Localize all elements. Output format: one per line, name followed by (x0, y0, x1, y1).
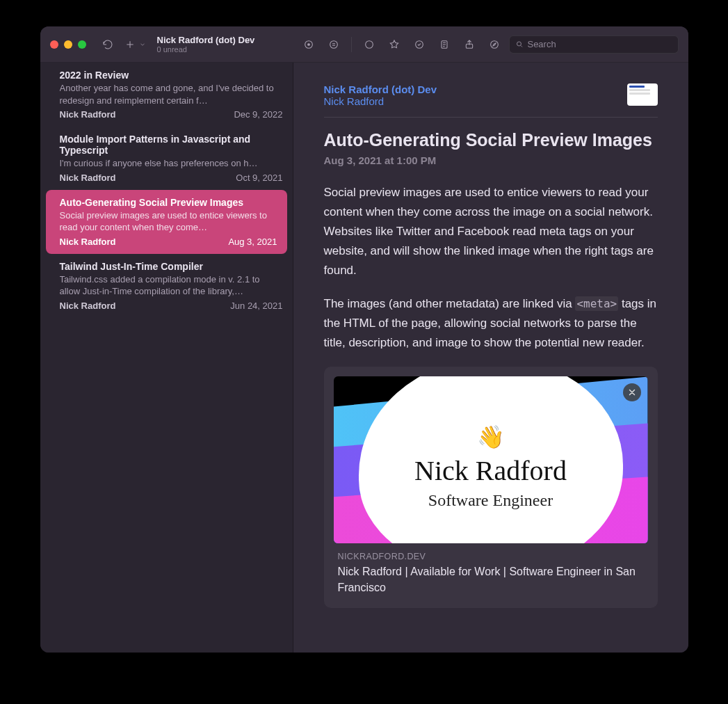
list-item-title: Tailwind Just-In-Time Compiler (60, 261, 283, 272)
check-circle-icon[interactable] (412, 37, 427, 52)
mark-read-icon[interactable] (362, 37, 377, 52)
article-list[interactable]: 2022 in ReviewAnother year has come and … (40, 63, 293, 653)
svg-point-3 (365, 40, 373, 48)
article-paragraph: The images (and other metadata) are link… (324, 294, 658, 353)
close-icon (627, 387, 637, 397)
list-item-date: Jun 24, 2021 (230, 301, 282, 311)
article-list-item[interactable]: Module Import Patterns in Javascript and… (40, 127, 293, 190)
social-preview-card: 👋 Nick Radford Software Engineer NICKRAD… (324, 367, 658, 608)
safari-icon[interactable] (487, 37, 502, 52)
separator (351, 37, 352, 52)
list-item-date: Aug 3, 2021 (228, 237, 277, 247)
feed-unread-count: 0 unread (157, 45, 255, 54)
titlebar: Nick Radford (dot) Dev 0 unread (40, 26, 688, 63)
list-item-author: Nick Radford (60, 173, 116, 183)
list-item-author: Nick Radford (60, 301, 116, 311)
inline-code: <meta> (575, 296, 618, 311)
refresh-button[interactable] (100, 37, 115, 52)
article-date: Aug 3, 2021 at 1:00 PM (324, 154, 658, 166)
article-list-item[interactable]: Auto-Generating Social Preview ImagesSoc… (46, 190, 287, 254)
toolbar-group-2 (362, 37, 502, 52)
card-image: 👋 Nick Radford Software Engineer (334, 376, 648, 543)
feed-title: Nick Radford (dot) Dev (157, 35, 255, 45)
feed-link[interactable]: Nick Radford (dot) Dev (324, 83, 613, 95)
toolbar-group-1 (301, 37, 341, 52)
article-list-item[interactable]: Tailwind Just-In-Time CompilerTailwind.c… (40, 254, 293, 318)
traffic-lights (50, 40, 86, 49)
circle-dot-icon[interactable] (301, 37, 316, 52)
list-item-date: Oct 9, 2021 (236, 173, 282, 183)
share-icon[interactable] (462, 37, 477, 52)
article-paragraph: Social preview images are used to entice… (324, 183, 658, 280)
chevron-down-icon (139, 37, 146, 52)
list-item-author: Nick Radford (60, 109, 116, 120)
app-window: Nick Radford (dot) Dev 0 unread (40, 26, 688, 653)
feed-thumbnail (627, 83, 658, 106)
article-content[interactable]: Nick Radford (dot) Dev Nick Radford Auto… (293, 63, 688, 653)
close-window-button[interactable] (50, 40, 58, 49)
search-input[interactable] (527, 39, 672, 49)
card-image-role: Software Engineer (428, 491, 553, 510)
list-item-date: Dec 9, 2022 (234, 109, 282, 120)
list-item-title: Module Import Patterns in Javascript and… (60, 134, 283, 156)
minimize-window-button[interactable] (64, 40, 72, 49)
maximize-window-button[interactable] (78, 40, 86, 49)
card-image-name: Nick Radford (414, 454, 567, 487)
list-item-title: Auto-Generating Social Preview Images (60, 197, 277, 208)
list-item-excerpt: Social preview images are used to entice… (60, 209, 277, 234)
article-list-item[interactable]: 2022 in ReviewAnother year has come and … (40, 63, 293, 127)
svg-point-1 (307, 43, 309, 45)
body-split: 2022 in ReviewAnother year has come and … (40, 63, 688, 653)
list-item-excerpt: I'm curious if anyone else has preferenc… (60, 157, 283, 170)
reader-view-icon[interactable] (437, 37, 452, 52)
author-link[interactable]: Nick Radford (324, 95, 613, 107)
card-title: Nick Radford | Available for Work | Soft… (338, 564, 644, 595)
feed-title-block: Nick Radford (dot) Dev 0 unread (157, 35, 255, 54)
star-icon[interactable] (387, 37, 402, 52)
list-item-excerpt: Tailwind.css added a compilation mode in… (60, 273, 283, 298)
svg-point-7 (490, 40, 498, 48)
svg-point-2 (330, 40, 337, 48)
search-box[interactable] (509, 35, 679, 54)
list-item-title: 2022 in Review (60, 70, 283, 81)
wave-emoji: 👋 (477, 424, 505, 450)
article-title: Auto-Generating Social Preview Images (324, 130, 658, 150)
search-icon (515, 40, 524, 49)
list-item-excerpt: Another year has come and gone, and I've… (60, 82, 283, 106)
card-domain: NICKRADFORD.DEV (338, 552, 644, 561)
plus-icon (122, 37, 138, 52)
add-feed-button[interactable] (122, 37, 146, 52)
card-close-button[interactable] (623, 383, 641, 401)
list-item-author: Nick Radford (60, 237, 116, 247)
list-circle-icon[interactable] (326, 37, 341, 52)
content-header: Nick Radford (dot) Dev Nick Radford (324, 83, 658, 118)
svg-point-8 (517, 42, 521, 46)
